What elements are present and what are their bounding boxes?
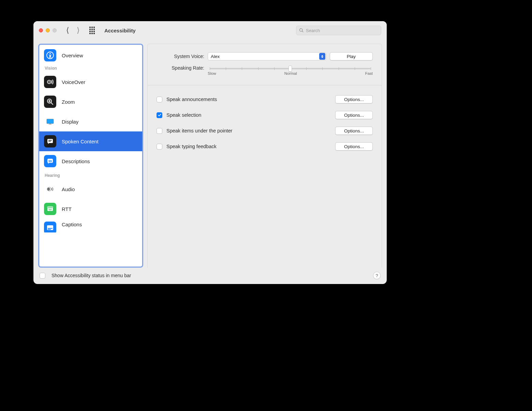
show-status-label: Show Accessibility status in menu bar: [51, 273, 131, 278]
svg-rect-9: [48, 140, 52, 141]
svg-rect-7: [48, 124, 52, 125]
svg-rect-6: [49, 124, 51, 124]
speaking-rate-slider[interactable]: [210, 68, 371, 69]
footer: Show Accessibility status in menu bar ?: [33, 268, 387, 284]
descriptions-icon: 99: [44, 155, 56, 167]
audio-icon: [44, 183, 56, 195]
captions-icon: [44, 222, 56, 232]
speak-typing-label: Speak typing feedback: [166, 144, 335, 149]
play-button[interactable]: Play: [330, 52, 373, 60]
rtt-icon: [44, 203, 56, 215]
speak-pointer-checkbox[interactable]: [157, 128, 162, 134]
sidebar-item-label: Audio: [62, 186, 75, 192]
window-title: Accessibility: [104, 28, 136, 33]
speak-announcements-row: Speak announcements Options...: [157, 91, 373, 107]
svg-text:99: 99: [48, 159, 52, 163]
minimize-window-button[interactable]: [46, 28, 50, 32]
svg-rect-21: [49, 210, 51, 210]
sidebar-item-display[interactable]: Display: [39, 112, 142, 131]
sidebar-item-overview[interactable]: Overview: [39, 47, 142, 64]
svg-point-3: [48, 81, 50, 83]
sidebar-item-descriptions[interactable]: 99 Descriptions: [39, 151, 142, 171]
svg-rect-10: [48, 141, 51, 142]
svg-rect-18: [49, 209, 50, 209]
speak-selection-label: Speak selection: [166, 112, 335, 118]
window-controls: [39, 28, 57, 32]
help-button[interactable]: ?: [373, 272, 381, 279]
sidebar-item-spoken-content[interactable]: Spoken Content: [39, 131, 142, 151]
voiceover-icon: [44, 76, 56, 88]
rate-fast-label: Fast: [365, 71, 373, 75]
forward-button: ⟩: [77, 27, 80, 34]
zoom-window-button: [53, 28, 57, 32]
sidebar-item-label: VoiceOver: [62, 79, 85, 85]
speak-typing-checkbox[interactable]: [157, 144, 162, 150]
sidebar-item-label: RTT: [62, 206, 72, 212]
nav-arrows: ⟨ ⟩: [66, 27, 80, 34]
sidebar-item-audio[interactable]: Audio: [39, 179, 142, 199]
sidebar-item-label: Spoken Content: [62, 139, 99, 144]
rate-slow-label: Slow: [208, 71, 216, 75]
svg-point-15: [48, 188, 49, 189]
titlebar: ⟨ ⟩ Accessibility: [33, 21, 387, 40]
sidebar-item-voiceover[interactable]: VoiceOver: [39, 72, 142, 92]
sidebar: Overview Vision VoiceOver Zoom: [38, 44, 143, 268]
zoom-icon: [44, 96, 56, 108]
system-voice-popup[interactable]: Alex: [208, 52, 326, 60]
back-button[interactable]: ⟨: [66, 27, 69, 34]
sidebar-item-rtt[interactable]: RTT: [39, 199, 142, 219]
sidebar-item-label: Display: [62, 119, 78, 125]
sidebar-item-captions[interactable]: Captions: [39, 219, 142, 232]
main-panel: System Voice: Alex Play Speaking Rate:: [147, 44, 382, 268]
checkmark-icon: [158, 113, 162, 117]
speak-selection-options-button[interactable]: Options...: [335, 111, 373, 119]
system-voice-value: Alex: [211, 54, 220, 59]
speak-typing-row: Speak typing feedback Options...: [157, 139, 373, 154]
rate-normal-label: Normal: [284, 71, 297, 75]
system-voice-label: System Voice:: [157, 54, 208, 59]
divider: [148, 85, 382, 85]
speak-pointer-row: Speak items under the pointer Options...: [157, 123, 373, 139]
sidebar-item-label: Descriptions: [62, 158, 90, 164]
svg-rect-5: [47, 119, 54, 124]
sidebar-item-zoom[interactable]: Zoom: [39, 92, 142, 112]
svg-rect-24: [48, 229, 51, 230]
search-field[interactable]: [296, 26, 381, 35]
speak-announcements-checkbox[interactable]: [157, 97, 162, 102]
show-status-checkbox[interactable]: [40, 273, 45, 279]
svg-rect-23: [48, 228, 53, 229]
display-icon: [44, 115, 56, 128]
speak-selection-row: Speak selection Options...: [157, 107, 373, 123]
sidebar-group-hearing: Hearing: [39, 171, 142, 179]
speak-selection-checkbox[interactable]: [157, 112, 162, 118]
sidebar-item-label: Zoom: [62, 99, 75, 105]
sidebar-group-vision: Vision: [39, 64, 142, 72]
sidebar-item-label: Overview: [62, 53, 83, 58]
svg-rect-17: [48, 209, 49, 209]
search-icon: [299, 28, 304, 33]
sidebar-item-label: Captions: [62, 222, 82, 227]
svg-rect-16: [47, 208, 53, 211]
spoken-content-icon: [44, 135, 56, 147]
svg-rect-20: [51, 209, 52, 209]
svg-point-1: [49, 53, 51, 54]
speak-pointer-label: Speak items under the pointer: [166, 128, 335, 133]
close-window-button[interactable]: [39, 28, 43, 32]
search-input[interactable]: [306, 28, 378, 33]
slider-thumb[interactable]: [289, 66, 292, 72]
accessibility-icon: [44, 49, 56, 61]
svg-rect-19: [50, 209, 51, 209]
speak-typing-options-button[interactable]: Options...: [335, 142, 373, 151]
popup-arrows-icon: [319, 53, 325, 60]
speaking-rate-label: Speaking Rate:: [157, 65, 208, 71]
speak-announcements-options-button[interactable]: Options...: [335, 95, 373, 103]
preferences-window: ⟨ ⟩ Accessibility Overview: [33, 21, 387, 284]
speak-announcements-label: Speak announcements: [166, 97, 335, 102]
speak-pointer-options-button[interactable]: Options...: [335, 127, 373, 135]
show-all-icon[interactable]: [89, 27, 95, 34]
